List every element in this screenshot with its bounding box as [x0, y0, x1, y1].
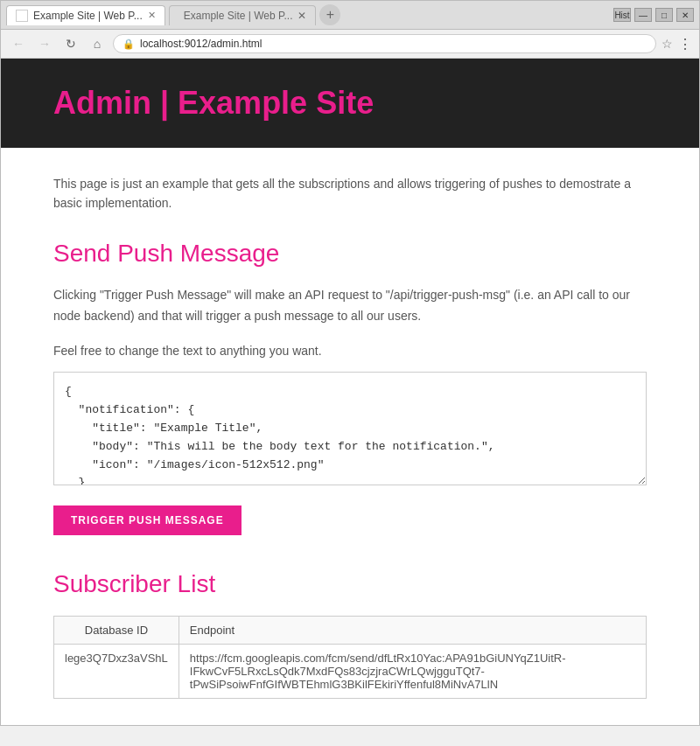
- table-row: lege3Q7Dxz3aVShL https://fcm.googleapis.…: [54, 645, 647, 699]
- close-button[interactable]: ✕: [676, 8, 694, 22]
- hist-button[interactable]: Hist: [613, 8, 631, 22]
- tab-label-2: Example Site | Web P...: [184, 10, 293, 22]
- tab-favicon-1: [16, 10, 28, 22]
- tab-close-2[interactable]: ✕: [298, 10, 306, 22]
- trigger-push-button[interactable]: TRIGGER PUSH MESSAGE: [53, 505, 242, 535]
- forward-button[interactable]: →: [34, 33, 55, 54]
- lock-icon: 🔒: [122, 38, 135, 50]
- new-tab-button[interactable]: +: [319, 4, 340, 25]
- table-header-endpoint: Endpoint: [178, 617, 646, 645]
- home-button[interactable]: ⌂: [87, 33, 108, 54]
- browser-toolbar: ← → ↻ ⌂ 🔒 localhost:9012/admin.html ☆ ⋮: [1, 30, 699, 59]
- send-push-title: Send Push Message: [53, 240, 647, 268]
- address-text: localhost:9012/admin.html: [140, 38, 647, 50]
- browser-content: Admin | Example Site This page is just a…: [1, 59, 699, 725]
- tab-label-1: Example Site | Web P...: [33, 10, 143, 22]
- push-message-code-editor[interactable]: [53, 372, 647, 485]
- send-push-description: Clicking "Trigger Push Message" will mak…: [53, 285, 647, 327]
- subscriber-table: Database ID Endpoint lege3Q7Dxz3aVShL ht…: [53, 616, 647, 699]
- bookmark-icon[interactable]: ☆: [662, 37, 673, 51]
- address-bar[interactable]: 🔒 localhost:9012/admin.html: [113, 34, 656, 53]
- intro-text: This page is just an example that gets a…: [53, 174, 647, 213]
- page-body: This page is just an example that gets a…: [1, 148, 699, 725]
- reload-button[interactable]: ↻: [60, 33, 81, 54]
- maximize-button[interactable]: □: [655, 8, 673, 22]
- table-header-id: Database ID: [54, 617, 179, 645]
- browser-tab-2[interactable]: Example Site | Web P... ✕: [169, 5, 317, 25]
- subscriber-list-title: Subscriber List: [53, 570, 647, 598]
- back-button[interactable]: ←: [8, 33, 29, 54]
- free-text: Feel free to change the text to anything…: [53, 344, 647, 358]
- minimize-button[interactable]: —: [634, 8, 652, 22]
- table-cell-endpoint: https://fcm.googleapis.com/fcm/send/dfLt…: [178, 645, 646, 699]
- page-title: Admin | Example Site: [53, 85, 647, 122]
- browser-tab-1[interactable]: Example Site | Web P... ✕: [6, 5, 165, 25]
- window-controls: Hist — □ ✕: [613, 8, 694, 22]
- page-header: Admin | Example Site: [1, 59, 699, 148]
- browser-titlebar: Example Site | Web P... ✕ Example Site |…: [1, 1, 699, 30]
- browser-window: Example Site | Web P... ✕ Example Site |…: [0, 0, 700, 726]
- table-cell-id: lege3Q7Dxz3aVShL: [54, 645, 179, 699]
- tab-close-1[interactable]: ✕: [148, 10, 156, 21]
- menu-icon[interactable]: ⋮: [678, 36, 692, 52]
